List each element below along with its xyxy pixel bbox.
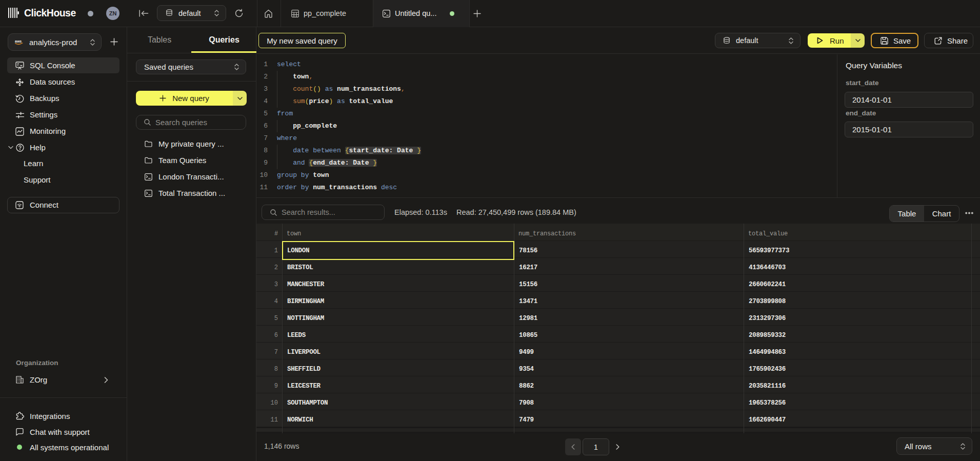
svg-text:aws: aws (15, 39, 22, 43)
